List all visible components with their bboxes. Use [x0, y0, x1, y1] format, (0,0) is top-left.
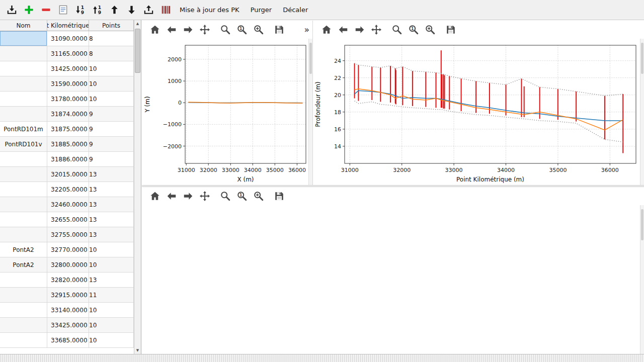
cell-pk[interactable]: 33685.0000 [47, 333, 89, 348]
table-vertical-scrollbar[interactable]: ▲ ▼ [134, 20, 141, 354]
scrollbar-down-arrow[interactable]: ▼ [134, 347, 141, 354]
cell-nom[interactable] [0, 197, 47, 212]
sort-descending-button[interactable]: 19 [89, 2, 106, 19]
cell-nom[interactable] [0, 318, 47, 333]
forward-icon[interactable] [354, 24, 366, 36]
cell-pk[interactable]: 31874.0000 [47, 107, 89, 122]
sort-ascending-button[interactable]: 19 [71, 2, 89, 19]
cell-nom[interactable] [0, 61, 47, 76]
cell-nom[interactable] [0, 92, 47, 107]
scrollbar-thumb[interactable] [641, 209, 643, 240]
update-pk-button[interactable]: Mise à jour des PK [174, 2, 245, 19]
cell-points[interactable]: 10 [89, 61, 134, 76]
cell-points[interactable]: 13 [89, 212, 134, 227]
remove-row-button[interactable] [37, 2, 54, 19]
column-header-nom[interactable]: Nom [0, 20, 47, 31]
cell-points[interactable]: 10 [89, 242, 134, 257]
xy-plot-scrollbar[interactable] [308, 39, 312, 185]
scrollbar-thumb[interactable] [309, 43, 312, 74]
cell-points[interactable]: 13 [89, 197, 134, 212]
cell-nom[interactable]: PontRD101m [0, 122, 47, 137]
cell-points[interactable]: 13 [89, 167, 134, 182]
cell-nom[interactable] [0, 227, 47, 242]
cell-nom[interactable] [0, 107, 47, 122]
scrollbar-thumb[interactable] [641, 43, 643, 74]
zoom-rect-icon[interactable] [424, 24, 436, 36]
cell-nom[interactable]: PontRD101v [0, 137, 47, 152]
cell-pk[interactable]: 31590.0000 [47, 76, 89, 92]
cell-nom[interactable]: PontA2 [0, 257, 47, 273]
save-icon[interactable] [445, 24, 457, 36]
cell-points[interactable]: 8 [89, 46, 134, 61]
cell-pk[interactable]: 31780.0000 [47, 92, 89, 107]
cell-points[interactable]: 10 [89, 76, 134, 92]
profile-plot-canvas[interactable]: 3100032000330003400035000360001416182022… [313, 39, 640, 185]
cell-pk[interactable]: 32015.0000 [47, 167, 89, 182]
cell-pk[interactable]: 31165.0000 [47, 46, 89, 61]
edit-form-button[interactable] [54, 2, 71, 19]
cell-pk[interactable]: 32460.0000 [47, 197, 89, 212]
xy-plot-canvas[interactable]: 310003200033000340003500036000−2000−1000… [142, 39, 309, 185]
cell-points[interactable]: 10 [89, 318, 134, 333]
export-button[interactable] [140, 2, 157, 19]
pan-icon[interactable] [370, 24, 382, 36]
scrollbar-thumb[interactable] [135, 29, 140, 73]
column-header-pk[interactable]: t Kilométrique [47, 20, 89, 31]
profiles-button[interactable] [157, 2, 174, 19]
home-icon[interactable] [149, 190, 161, 202]
cell-pk[interactable]: 33140.0000 [47, 303, 89, 318]
cell-points[interactable]: 9 [89, 122, 134, 137]
cell-nom[interactable]: PontA2 [0, 242, 47, 257]
cell-pk[interactable]: 32800.0000 [47, 257, 89, 273]
cell-points[interactable]: 10 [89, 257, 134, 273]
back-icon[interactable] [337, 24, 349, 36]
cell-pk[interactable]: 32770.0000 [47, 242, 89, 257]
move-down-button[interactable] [123, 2, 140, 19]
home-icon[interactable] [320, 24, 333, 36]
cell-nom[interactable] [0, 182, 47, 197]
zoom-icon[interactable] [219, 190, 231, 202]
cell-pk[interactable]: 31090.0000 [47, 31, 89, 46]
cell-points[interactable]: 13 [89, 227, 134, 242]
cell-points[interactable]: 10 [89, 333, 134, 348]
pan-icon[interactable] [199, 190, 211, 202]
forward-icon[interactable] [182, 190, 194, 202]
cell-pk[interactable]: 32205.0000 [47, 182, 89, 197]
cell-nom[interactable] [0, 303, 47, 318]
cell-nom[interactable] [0, 167, 47, 182]
cell-points[interactable]: 13 [89, 273, 134, 288]
add-row-button[interactable] [20, 2, 37, 19]
cell-pk[interactable]: 33425.0000 [47, 318, 89, 333]
cell-nom[interactable] [0, 288, 47, 303]
cell-points[interactable]: 8 [89, 31, 134, 46]
cell-pk[interactable]: 31425.0000 [47, 61, 89, 76]
back-icon[interactable] [166, 24, 178, 36]
pan-icon[interactable] [199, 24, 211, 36]
cell-pk[interactable]: 31875.0000 [47, 122, 89, 137]
cell-nom[interactable] [0, 152, 47, 167]
shift-button[interactable]: Décaler [277, 2, 313, 19]
cell-pk[interactable]: 31886.0000 [47, 152, 89, 167]
zoom-icon[interactable] [391, 24, 403, 36]
home-icon[interactable] [149, 24, 161, 36]
toolbar-overflow-button[interactable]: » [304, 26, 309, 34]
import-button[interactable] [3, 2, 20, 19]
zoom-icon[interactable] [219, 24, 231, 36]
cell-pk[interactable]: 32655.0000 [47, 212, 89, 227]
cell-points[interactable]: 9 [89, 137, 134, 152]
zoom-one-icon[interactable]: 1 [236, 190, 248, 202]
cell-pk[interactable]: 32820.0000 [47, 273, 89, 288]
cell-points[interactable]: 9 [89, 152, 134, 167]
zoom-one-icon[interactable]: 1 [408, 24, 420, 36]
cell-nom[interactable] [0, 212, 47, 227]
zoom-rect-icon[interactable] [253, 24, 265, 36]
profile-plot-scrollbar[interactable] [640, 39, 644, 185]
forward-icon[interactable] [182, 24, 194, 36]
cell-pk[interactable]: 32915.0000 [47, 288, 89, 303]
move-up-button[interactable] [106, 2, 123, 19]
purge-button[interactable]: Purger [245, 2, 278, 19]
zoom-one-icon[interactable]: 1 [236, 24, 248, 36]
cell-nom[interactable] [0, 273, 47, 288]
zoom-rect-icon[interactable] [253, 190, 265, 202]
scrollbar-up-arrow[interactable]: ▲ [134, 20, 141, 27]
